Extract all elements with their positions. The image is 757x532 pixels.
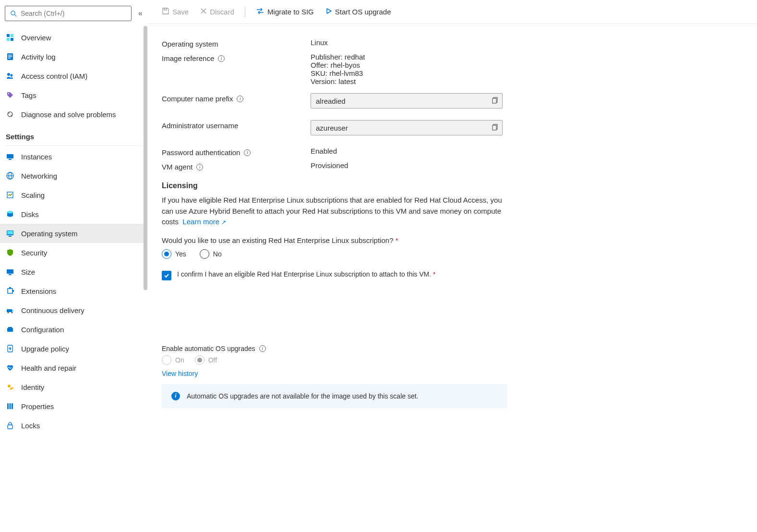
sidebar: « Overview Activity log Access control (… <box>0 0 147 532</box>
sidebar-item-label: Operating system <box>21 230 78 238</box>
radio-no[interactable]: No <box>200 249 222 259</box>
copy-icon[interactable] <box>492 124 498 132</box>
sidebar-item-security[interactable]: Security <box>0 243 147 262</box>
configuration-icon <box>6 325 14 334</box>
sidebar-item-label: Tags <box>21 91 36 99</box>
svg-rect-7 <box>8 55 12 56</box>
save-button[interactable]: Save <box>157 4 193 19</box>
copy-icon[interactable] <box>492 97 498 105</box>
info-icon[interactable]: i <box>237 96 243 102</box>
sidebar-item-label: Diagnose and solve problems <box>21 110 116 119</box>
sidebar-item-activity-log[interactable]: Activity log <box>0 47 147 66</box>
sidebar-item-label: Size <box>21 268 35 276</box>
sidebar-item-label: Overview <box>21 34 51 42</box>
image-reference-value: Publisher: redhat Offer: rhel-byos SKU: … <box>311 53 365 85</box>
svg-rect-35 <box>7 328 13 332</box>
radio-off: Off <box>195 355 217 365</box>
access-control-icon <box>6 72 14 80</box>
svg-point-10 <box>7 73 10 76</box>
sidebar-item-instances[interactable]: Instances <box>0 147 147 166</box>
sidebar-item-locks[interactable]: Locks <box>0 416 147 435</box>
svg-rect-25 <box>7 231 13 234</box>
os-label: Operating system <box>162 38 311 48</box>
svg-rect-9 <box>8 58 11 59</box>
sidebar-item-label: Instances <box>21 153 52 161</box>
sidebar-item-continuous-delivery[interactable]: Continuous delivery <box>0 301 147 320</box>
sidebar-item-identity[interactable]: Identity <box>0 377 147 397</box>
tags-icon <box>6 91 14 99</box>
svg-rect-32 <box>7 309 12 312</box>
lock-icon <box>6 421 14 430</box>
sidebar-item-properties[interactable]: Properties <box>0 397 147 416</box>
password-auth-label: Password authentication i <box>162 147 311 157</box>
learn-more-link[interactable]: Learn more ↗ <box>182 218 226 226</box>
collapse-sidebar-button[interactable]: « <box>138 9 143 18</box>
sidebar-scrollbar[interactable] <box>144 26 147 295</box>
toolbar-separator <box>245 7 245 17</box>
sidebar-item-extensions[interactable]: Extensions <box>0 281 147 301</box>
migrate-button[interactable]: Migrate to SIG <box>251 4 319 19</box>
overview-icon <box>6 33 14 42</box>
radio-yes[interactable]: Yes <box>162 249 186 259</box>
licensing-header: Licensing <box>162 181 743 190</box>
svg-rect-16 <box>7 154 13 158</box>
confirm-checkbox[interactable] <box>162 271 171 280</box>
svg-rect-50 <box>493 125 496 130</box>
info-icon[interactable]: i <box>244 149 251 156</box>
extensions-icon <box>6 287 14 295</box>
svg-rect-48 <box>493 98 496 103</box>
svg-rect-4 <box>7 38 10 41</box>
image-reference-label: Image reference i <box>162 53 311 62</box>
svg-point-23 <box>7 211 13 214</box>
sidebar-item-label: Scaling <box>21 191 45 199</box>
start-upgrade-button[interactable]: Start OS upgrade <box>321 5 396 19</box>
health-icon <box>6 363 14 372</box>
search-input[interactable] <box>21 10 127 17</box>
migrate-icon <box>256 7 264 16</box>
sidebar-item-diagnose[interactable]: Diagnose and solve problems <box>0 105 147 124</box>
view-history-link[interactable]: View history <box>162 370 198 377</box>
os-icon <box>6 229 14 238</box>
info-banner-text: Automatic OS upgrades are not available … <box>187 392 419 400</box>
sidebar-item-tags[interactable]: Tags <box>0 85 147 105</box>
confirm-checkbox-row[interactable]: I confirm I have an eligible Red Hat Ent… <box>162 270 743 280</box>
admin-username-field: azureuser <box>311 120 503 135</box>
sidebar-item-health[interactable]: Health and repair <box>0 358 147 377</box>
sidebar-item-disks[interactable]: Disks <box>0 205 147 224</box>
search-icon <box>9 9 18 18</box>
main-content: Save Discard Migrate to SIG Start OS upg… <box>147 0 757 532</box>
continuous-delivery-icon <box>6 306 14 314</box>
sidebar-item-label: Extensions <box>21 287 56 295</box>
radio-on: On <box>162 355 184 365</box>
sidebar-item-overview[interactable]: Overview <box>0 28 147 47</box>
size-icon <box>6 267 14 276</box>
svg-rect-27 <box>7 269 13 274</box>
svg-point-11 <box>11 74 13 77</box>
sidebar-item-label: Continuous delivery <box>21 306 84 314</box>
sidebar-item-access-control[interactable]: Access control (IAM) <box>0 66 147 85</box>
sidebar-item-upgrade-policy[interactable]: Upgrade policy <box>0 339 147 358</box>
sidebar-item-networking[interactable]: Networking <box>0 166 147 185</box>
svg-rect-2 <box>7 34 10 37</box>
sidebar-item-label: Upgrade policy <box>21 345 69 353</box>
discard-button[interactable]: Discard <box>195 5 239 19</box>
diagnose-icon <box>6 110 14 119</box>
svg-rect-3 <box>11 34 13 37</box>
info-icon[interactable]: i <box>196 164 203 170</box>
sidebar-item-label: Access control (IAM) <box>21 72 87 80</box>
svg-point-12 <box>8 93 9 94</box>
info-icon[interactable]: i <box>218 55 225 62</box>
search-box[interactable] <box>5 6 132 21</box>
instances-icon <box>6 152 14 161</box>
sidebar-item-label: Properties <box>21 402 54 411</box>
vm-agent-value: Provisioned <box>311 161 348 169</box>
sidebar-item-configuration[interactable]: Configuration <box>0 320 147 339</box>
info-icon[interactable]: i <box>259 345 266 352</box>
sidebar-item-size[interactable]: Size <box>0 262 147 281</box>
sidebar-item-operating-system[interactable]: Operating system <box>0 224 147 243</box>
sidebar-item-label: Health and repair <box>21 364 76 372</box>
os-value: Linux <box>311 38 328 47</box>
sidebar-item-scaling[interactable]: Scaling <box>0 185 147 205</box>
password-auth-value: Enabled <box>311 147 337 155</box>
licensing-radio-group: Yes No <box>162 249 743 259</box>
